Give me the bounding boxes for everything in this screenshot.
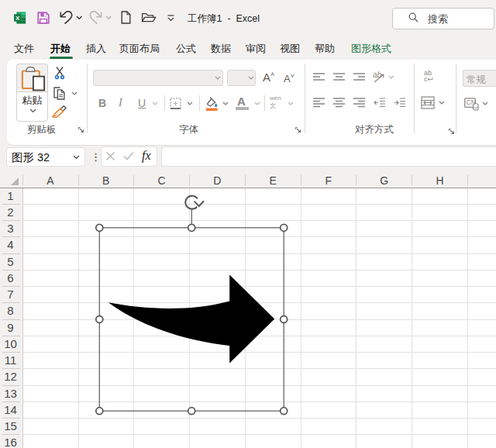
svg-text:11: 11	[5, 353, 17, 367]
svg-text:B: B	[102, 174, 109, 187]
svg-text:C: C	[157, 174, 165, 187]
svg-text:9: 9	[7, 321, 13, 334]
svg-text:A: A	[46, 174, 54, 187]
svg-text:3: 3	[7, 222, 13, 235]
svg-text:8: 8	[7, 304, 13, 317]
svg-text:6: 6	[7, 271, 13, 284]
svg-text:D: D	[213, 174, 221, 187]
svg-text:2: 2	[7, 205, 13, 219]
svg-text:X: X	[16, 15, 20, 22]
svg-text:12: 12	[4, 370, 17, 383]
svg-text:1: 1	[7, 189, 13, 202]
svg-text:15: 15	[4, 419, 17, 432]
svg-text:16: 16	[4, 436, 17, 448]
svg-text:F: F	[326, 174, 332, 187]
svg-text:G: G	[380, 174, 388, 187]
svg-text:10: 10	[4, 337, 17, 350]
svg-text:ab: ab	[373, 71, 382, 79]
svg-text:E: E	[269, 174, 276, 187]
svg-text:14: 14	[4, 403, 17, 416]
svg-text:13: 13	[4, 387, 17, 400]
svg-text:H: H	[436, 174, 443, 187]
svg-text:7: 7	[7, 288, 13, 301]
svg-text:4: 4	[7, 238, 13, 251]
svg-text:5: 5	[7, 255, 13, 268]
